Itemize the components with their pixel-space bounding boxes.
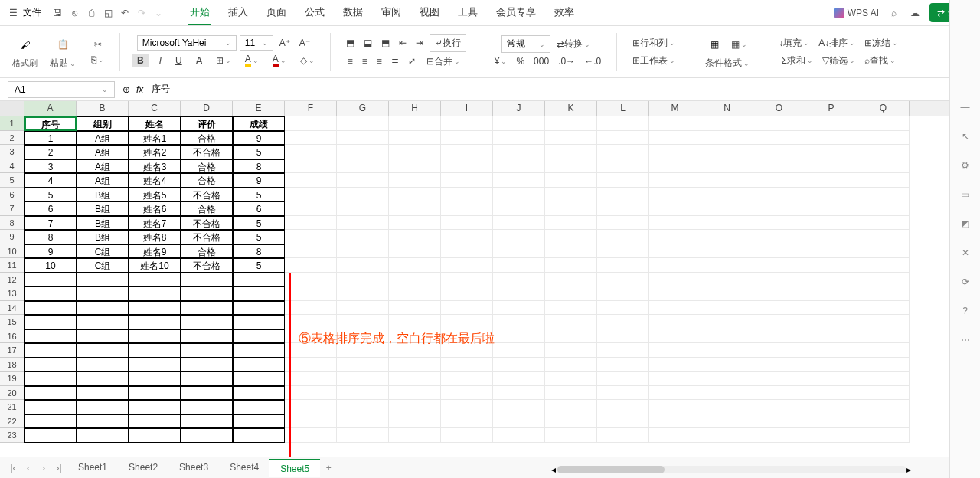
cell[interactable]: 不合格 xyxy=(181,230,233,244)
cell[interactable] xyxy=(493,386,545,401)
cell[interactable] xyxy=(858,116,910,131)
cell[interactable] xyxy=(805,315,858,329)
cell[interactable] xyxy=(233,329,285,344)
cell[interactable] xyxy=(337,145,389,159)
condfmt-icon[interactable]: ▦ xyxy=(704,34,725,55)
cell[interactable] xyxy=(441,244,493,259)
underline-button[interactable]: U xyxy=(172,54,185,67)
cell[interactable] xyxy=(285,273,337,287)
cell[interactable] xyxy=(597,244,649,259)
cell[interactable] xyxy=(649,386,701,401)
worksheet-button[interactable]: ⊞ 工作表⌄ xyxy=(629,53,678,69)
cell[interactable] xyxy=(701,358,753,372)
cell[interactable] xyxy=(597,145,649,159)
backup-icon[interactable]: ⟳ xyxy=(958,274,973,290)
cell[interactable] xyxy=(701,145,753,159)
cell[interactable] xyxy=(77,273,129,287)
cell[interactable] xyxy=(753,216,805,231)
cell[interactable] xyxy=(753,258,805,273)
wps-ai-button[interactable]: WPS AI xyxy=(834,8,879,18)
cell[interactable]: 7 xyxy=(24,216,77,231)
cell[interactable] xyxy=(389,216,441,231)
cell[interactable] xyxy=(181,358,233,372)
align-top-icon[interactable]: ⬒ xyxy=(343,36,358,50)
cursor-icon[interactable]: ↖ xyxy=(958,129,973,144)
cell[interactable] xyxy=(545,358,597,372)
cell[interactable] xyxy=(337,315,389,329)
cell[interactable] xyxy=(753,400,805,414)
cell[interactable] xyxy=(701,131,753,146)
align-just-icon[interactable]: ≣ xyxy=(388,54,402,68)
cell[interactable] xyxy=(649,400,701,414)
fill-button[interactable]: ↓ 填充⌄ xyxy=(776,35,812,51)
cell[interactable] xyxy=(181,286,233,301)
cell[interactable] xyxy=(233,358,285,372)
cell[interactable] xyxy=(701,428,753,443)
cell[interactable] xyxy=(597,358,649,372)
align-mid-icon[interactable]: ⬓ xyxy=(361,36,375,50)
cell[interactable] xyxy=(285,145,337,159)
cell[interactable] xyxy=(649,244,701,259)
cell[interactable]: 姓名1 xyxy=(129,131,181,146)
cell[interactable] xyxy=(233,428,285,443)
comma-icon[interactable]: 000 xyxy=(531,54,552,68)
cell[interactable] xyxy=(597,301,649,316)
cell[interactable] xyxy=(129,343,181,358)
cell[interactable] xyxy=(858,329,910,344)
cell[interactable] xyxy=(493,372,545,386)
cell[interactable] xyxy=(233,315,285,329)
cell[interactable] xyxy=(441,145,493,159)
sheet-tab[interactable]: Sheet3 xyxy=(168,459,219,477)
cell[interactable] xyxy=(129,414,181,429)
cell[interactable] xyxy=(701,273,753,287)
cell[interactable] xyxy=(649,145,701,159)
cell[interactable] xyxy=(805,386,858,401)
cell[interactable] xyxy=(545,201,597,216)
cell[interactable]: 不合格 xyxy=(181,258,233,273)
cell[interactable] xyxy=(441,428,493,443)
italic-button[interactable]: I xyxy=(156,54,165,67)
cell[interactable] xyxy=(441,273,493,287)
cell[interactable]: 8 xyxy=(233,244,285,259)
cell[interactable]: 不合格 xyxy=(181,145,233,159)
cell[interactable] xyxy=(389,386,441,401)
dec-inc-icon[interactable]: .0→ xyxy=(555,54,578,68)
menu-tab-审阅[interactable]: 审阅 xyxy=(380,1,403,25)
cell[interactable] xyxy=(337,372,389,386)
dec-dec-icon[interactable]: ←.0 xyxy=(581,54,604,68)
cell[interactable]: 1 xyxy=(24,131,77,146)
cell[interactable] xyxy=(337,286,389,301)
align-center-icon[interactable]: ≡ xyxy=(359,54,371,68)
cell[interactable]: B组 xyxy=(77,201,129,216)
cell[interactable] xyxy=(545,173,597,188)
row-header[interactable]: 13 xyxy=(0,286,24,301)
cell[interactable] xyxy=(805,131,858,146)
cell[interactable]: 9 xyxy=(24,244,77,259)
cell[interactable] xyxy=(858,159,910,174)
cell[interactable] xyxy=(649,258,701,273)
cell[interactable] xyxy=(753,131,805,146)
cell[interactable]: 姓名6 xyxy=(129,201,181,216)
file-menu[interactable]: 文件 xyxy=(23,6,41,19)
cell[interactable] xyxy=(858,131,910,146)
cell[interactable]: 序号 xyxy=(24,116,77,131)
cell[interactable] xyxy=(545,329,597,344)
col-header[interactable]: O xyxy=(753,101,805,116)
copy-icon[interactable]: ⎘⌄ xyxy=(88,53,107,67)
select-all-corner[interactable] xyxy=(0,101,24,116)
cell[interactable] xyxy=(389,188,441,202)
cell[interactable] xyxy=(441,116,493,131)
cell[interactable] xyxy=(597,273,649,287)
cell[interactable] xyxy=(493,216,545,231)
cell[interactable] xyxy=(441,286,493,301)
cell[interactable] xyxy=(233,301,285,316)
rowcol-button[interactable]: ⊞ 行和列⌄ xyxy=(629,35,678,51)
cell[interactable] xyxy=(597,201,649,216)
cell[interactable] xyxy=(545,386,597,401)
cell[interactable] xyxy=(545,258,597,273)
cell[interactable] xyxy=(858,201,910,216)
cell[interactable] xyxy=(545,343,597,358)
clear-format-icon[interactable]: ◇⌄ xyxy=(297,54,318,67)
cell[interactable] xyxy=(753,428,805,443)
cell[interactable]: A组 xyxy=(77,159,129,174)
